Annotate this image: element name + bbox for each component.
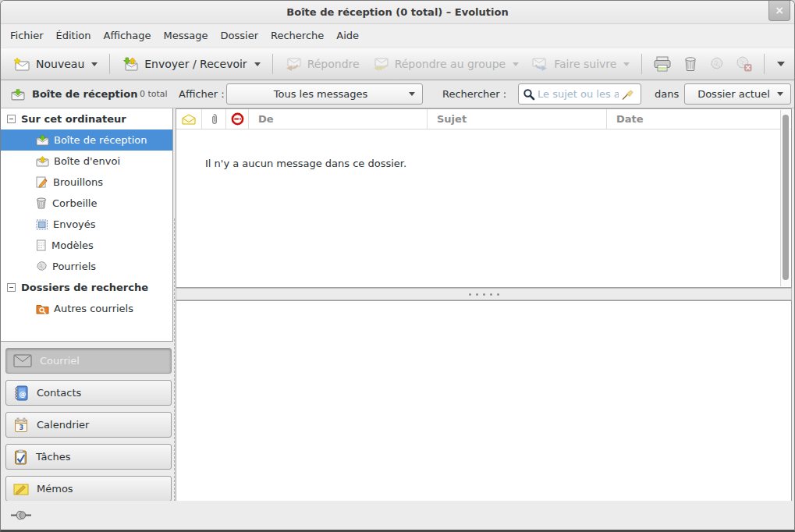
menu-aide[interactable]: Aide: [330, 24, 365, 48]
offline-status-icon[interactable]: [11, 510, 33, 520]
sidebar-item-label: Envoyés: [53, 218, 96, 230]
titlebar[interactable]: Boîte de réception (0 total) – Evolution…: [1, 1, 794, 24]
print-icon: [653, 56, 672, 72]
sidebar-item-outbox[interactable]: Boîte d'envoi: [1, 151, 172, 172]
sidebar-item-label: Boîte d'envoi: [54, 155, 120, 167]
menu-dossier[interactable]: Dossier: [215, 24, 264, 48]
calendar-icon: 3: [13, 417, 29, 433]
search-scope-value: Dossier actuel: [692, 88, 775, 100]
reply-group-icon: [372, 58, 389, 71]
column-header-from[interactable]: De: [249, 109, 428, 129]
menu-fichier[interactable]: Fichier: [4, 24, 50, 48]
chevron-down-icon: [254, 62, 261, 66]
new-mail-icon: [13, 58, 30, 71]
sidebar-item-inbox[interactable]: Boîte de réception: [1, 129, 172, 151]
print-button[interactable]: [648, 52, 677, 76]
menu-message[interactable]: Message: [158, 24, 215, 48]
scope-label: dans: [655, 80, 679, 108]
clear-search-icon[interactable]: [621, 88, 634, 101]
expander-icon[interactable]: [7, 115, 16, 123]
chevron-down-icon: [409, 92, 415, 96]
switcher-contacts-button[interactable]: @ Contacts: [5, 380, 172, 406]
sidebar-item-label: Corbeille: [52, 197, 97, 209]
junk-icon: [709, 56, 725, 72]
menu-recherche[interactable]: Recherche: [264, 24, 330, 48]
sidebar-item-label: Autres courriels: [54, 303, 133, 314]
current-folder-label: Boîte de réception: [32, 80, 137, 108]
show-filter-dropdown[interactable]: Tous les messages: [226, 83, 423, 105]
pane-splitter[interactable]: [176, 288, 792, 300]
scrollbar-thumb[interactable]: [783, 115, 789, 280]
search-icon: [523, 88, 535, 101]
sidebar-item-label: Pourriels: [52, 261, 96, 272]
not-junk-button[interactable]: [730, 52, 758, 76]
reply-icon: [285, 58, 302, 71]
menu-edition[interactable]: Édition: [50, 24, 98, 48]
new-button[interactable]: Nouveau: [7, 54, 104, 75]
sidebar-item-trash[interactable]: Corbeille: [1, 193, 172, 214]
reply-button[interactable]: Répondre: [279, 54, 366, 75]
sidebar-item-label: Boîte de réception: [54, 134, 147, 146]
priority-icon: [231, 112, 244, 126]
tree-group-on-this-computer[interactable]: Sur cet ordinateur: [1, 108, 172, 129]
switcher-label: Courriel: [40, 355, 80, 367]
templates-icon: [36, 239, 47, 251]
folder-count: 0 total: [140, 80, 168, 108]
sidebar-item-label: Brouillons: [53, 176, 103, 188]
close-button[interactable]: ×: [768, 1, 790, 21]
switcher-tasks-button[interactable]: Tâches: [5, 444, 172, 470]
contacts-icon: @: [13, 385, 29, 401]
sidebar-item-junk[interactable]: Pourriels: [1, 256, 172, 277]
chevron-down-icon: [777, 62, 785, 66]
switcher-calendar-button[interactable]: 3 Calendrier: [5, 412, 172, 438]
forward-label: Faire suivre: [554, 58, 616, 70]
search-input[interactable]: Le sujet ou les adresses contiennent: [518, 83, 641, 105]
tree-group-search-folders[interactable]: Dossiers de recherche: [1, 277, 172, 298]
switcher-label: Contacts: [37, 387, 81, 399]
message-list-scrollbar[interactable]: [780, 110, 790, 286]
expander-icon[interactable]: [7, 283, 16, 292]
sidebar-item-other-mail[interactable]: Autres courriels: [1, 298, 172, 319]
menu-affichage[interactable]: Affichage: [97, 24, 157, 48]
status-column-header[interactable]: [176, 109, 202, 129]
send-receive-icon: [122, 57, 139, 71]
send-receive-label: Envoyer / Recevoir: [144, 58, 247, 70]
junk-button[interactable]: [704, 52, 730, 76]
sidebar-item-drafts[interactable]: Brouillons: [1, 172, 172, 193]
outbox-icon: [36, 155, 49, 167]
search-folder-icon: [36, 303, 49, 314]
mail-icon: [13, 354, 32, 367]
switcher-memos-button[interactable]: Mémos: [5, 476, 172, 502]
send-receive-button[interactable]: Envoyer / Recevoir: [115, 53, 266, 75]
junk-icon: [36, 261, 48, 272]
svg-text:@: @: [20, 389, 27, 397]
trash-icon: [36, 197, 48, 209]
attachment-column-header[interactable]: [202, 109, 226, 129]
forward-button[interactable]: Faire suivre: [525, 54, 636, 75]
sidebar-item-templates[interactable]: Modèles: [1, 235, 172, 256]
delete-button[interactable]: [677, 52, 704, 76]
reply-group-button[interactable]: Répondre au groupe: [366, 54, 526, 75]
tree-group-label: Sur cet ordinateur: [21, 113, 126, 125]
sidebar-item-sent[interactable]: Envoyés: [1, 214, 172, 235]
tasks-icon: [13, 449, 28, 465]
toolbar-overflow-button[interactable]: [770, 58, 790, 70]
search-scope-dropdown[interactable]: Dossier actuel: [684, 83, 791, 105]
column-header-subject[interactable]: Sujet: [428, 109, 607, 129]
message-list: De Sujet Date Il n'y a aucun message dan…: [176, 108, 792, 288]
preview-pane: [176, 300, 792, 502]
svg-text:3: 3: [20, 424, 24, 431]
reply-label: Répondre: [307, 58, 360, 70]
evolution-window: Boîte de réception (0 total) – Evolution…: [0, 0, 795, 532]
priority-column-header[interactable]: [226, 109, 249, 129]
menubar: Fichier Édition Affichage Message Dossie…: [1, 24, 794, 48]
trash-icon: [683, 56, 698, 72]
show-filter-value: Tous les messages: [234, 88, 407, 100]
message-status-icon: [182, 114, 196, 125]
reply-group-label: Répondre au groupe: [395, 58, 506, 70]
toolbar-separator: [764, 54, 765, 74]
column-header-date[interactable]: Date: [607, 109, 791, 129]
toolbar-separator: [641, 54, 642, 74]
switcher-mail-button[interactable]: Courriel: [5, 348, 172, 374]
statusbar: [1, 501, 794, 530]
